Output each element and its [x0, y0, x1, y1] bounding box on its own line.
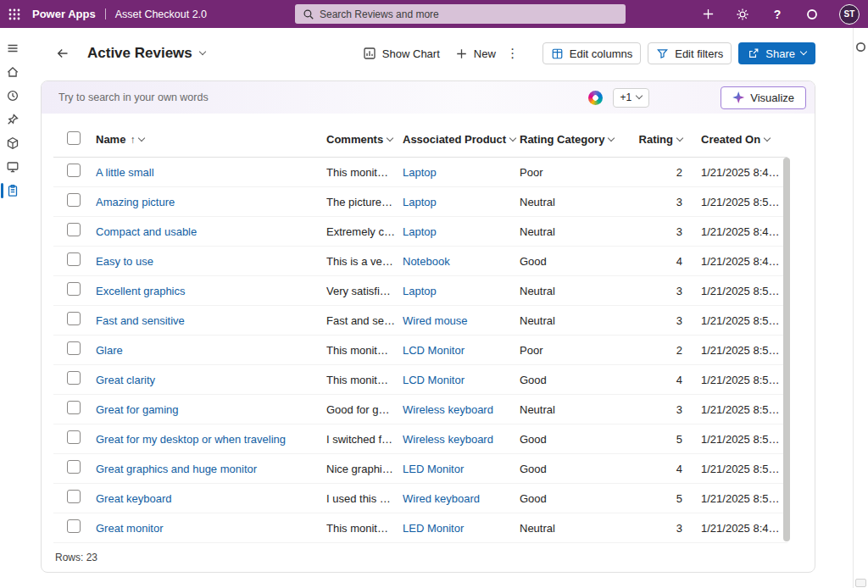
- row-checkbox[interactable]: [67, 430, 81, 444]
- sidebar-item-home[interactable]: [0, 60, 25, 84]
- sidebar: [0, 28, 25, 588]
- app-launcher-button[interactable]: [0, 0, 29, 28]
- row-name-link[interactable]: Amazing picture: [96, 196, 175, 208]
- row-name-link[interactable]: Easy to use: [96, 255, 153, 268]
- row-checkbox[interactable]: [67, 282, 81, 296]
- row-product-link[interactable]: Laptop: [403, 225, 437, 238]
- row-checkbox[interactable]: [67, 193, 81, 207]
- table-row[interactable]: Glare This monit… LCD Monitor Poor 2 1/2…: [53, 336, 787, 365]
- row-name-link[interactable]: Great graphics and huge monitor: [96, 463, 257, 475]
- table-row[interactable]: Great keyboard I used this … Wired keybo…: [53, 484, 787, 513]
- row-product-link[interactable]: LED Monitor: [403, 522, 464, 535]
- chevron-down-icon: [800, 48, 807, 55]
- grid-search-input[interactable]: [58, 92, 578, 103]
- row-product-link[interactable]: LCD Monitor: [403, 374, 465, 386]
- settings-button[interactable]: [735, 7, 750, 22]
- filter-count-chip[interactable]: +1: [613, 88, 650, 108]
- row-name-link[interactable]: Compact and usable: [96, 225, 197, 238]
- row-product-link[interactable]: Wired mouse: [403, 314, 468, 327]
- table-row[interactable]: Great for my desktop or when traveling I…: [53, 424, 787, 454]
- row-rating: 2: [635, 166, 691, 179]
- row-product-link[interactable]: Wireless keyboard: [403, 403, 493, 416]
- column-header-created-on[interactable]: Created On: [691, 133, 787, 146]
- edit-filters-label: Edit filters: [675, 47, 723, 60]
- brand-title[interactable]: Power Apps: [32, 8, 96, 20]
- column-header-comments[interactable]: Comments: [326, 133, 403, 146]
- table-row[interactable]: Excellent graphics Very satisfi… Laptop …: [53, 276, 787, 306]
- row-product-link[interactable]: Notebook: [403, 255, 450, 268]
- show-chart-button[interactable]: Show Chart: [355, 42, 448, 65]
- create-button[interactable]: [700, 7, 715, 22]
- sidebar-item-assets[interactable]: [0, 131, 25, 155]
- edit-filters-button[interactable]: Edit filters: [648, 42, 732, 64]
- row-product-link[interactable]: Laptop: [403, 196, 437, 208]
- column-header-associated-product[interactable]: Associated Product: [403, 133, 520, 146]
- row-name-link[interactable]: Great for gaming: [96, 403, 179, 416]
- new-button[interactable]: New: [448, 42, 504, 65]
- row-created-on: 1/21/2025 8:51 …: [691, 403, 787, 416]
- row-checkbox[interactable]: [67, 312, 81, 325]
- sidebar-menu-button[interactable]: [0, 36, 25, 60]
- visualize-button[interactable]: Visualize: [721, 86, 806, 109]
- view-selector[interactable]: Active Reviews: [87, 45, 205, 62]
- row-product-link[interactable]: LED Monitor: [403, 463, 464, 475]
- copilot-button[interactable]: [804, 7, 820, 22]
- row-checkbox[interactable]: [67, 519, 81, 533]
- column-header-rating[interactable]: Rating: [635, 133, 691, 146]
- row-name-link[interactable]: Great keyboard: [96, 492, 172, 505]
- row-checkbox[interactable]: [67, 223, 81, 236]
- edit-columns-button[interactable]: Edit columns: [542, 42, 641, 64]
- row-checkbox[interactable]: [67, 252, 81, 266]
- column-header-name[interactable]: Name ↑: [96, 133, 326, 146]
- row-product-link[interactable]: Wireless keyboard: [403, 433, 493, 446]
- row-product-link[interactable]: LCD Monitor: [403, 344, 465, 357]
- row-rating-category: Neutral: [520, 285, 635, 297]
- table-row[interactable]: A little small This monit… Laptop Poor 2…: [53, 158, 787, 187]
- table-row[interactable]: Great graphics and huge monitor Nice gra…: [53, 454, 787, 484]
- row-comments: Fast and se…: [326, 314, 403, 327]
- row-name-link[interactable]: Fast and sensitive: [96, 314, 185, 327]
- help-button[interactable]: ?: [770, 7, 785, 22]
- row-name-link[interactable]: Great for my desktop or when traveling: [96, 433, 286, 446]
- copilot-search-icon[interactable]: [588, 91, 603, 105]
- row-name-link[interactable]: Great clarity: [96, 374, 155, 386]
- row-checkbox[interactable]: [67, 460, 81, 474]
- share-button[interactable]: Share: [738, 42, 815, 64]
- row-product-link[interactable]: Laptop: [403, 285, 437, 297]
- more-commands-button[interactable]: ⋮: [504, 42, 522, 65]
- vertical-scrollbar[interactable]: [783, 158, 790, 541]
- row-name-link[interactable]: A little small: [96, 166, 154, 179]
- table-row[interactable]: Amazing picture The picture… Laptop Neut…: [53, 187, 787, 217]
- sidebar-item-pinned[interactable]: [0, 108, 25, 131]
- table-row[interactable]: Great for gaming Good for g… Wireless ke…: [53, 395, 787, 424]
- row-name-link[interactable]: Glare: [96, 344, 123, 357]
- row-product-link[interactable]: Laptop: [403, 166, 437, 179]
- column-header-rating-category[interactable]: Rating Category: [520, 133, 635, 146]
- app-name[interactable]: Asset Checkout 2.0: [115, 8, 207, 20]
- table-row[interactable]: Great monitor This monit… LED Monitor Ne…: [53, 513, 787, 543]
- row-name-link[interactable]: Great monitor: [96, 522, 163, 535]
- sidebar-item-recent[interactable]: [0, 84, 25, 108]
- avatar[interactable]: ST: [839, 4, 860, 25]
- row-created-on: 1/21/2025 8:50 …: [691, 344, 787, 357]
- rail-bottom-button[interactable]: [855, 579, 866, 587]
- select-all-checkbox[interactable]: [67, 131, 81, 145]
- table-row[interactable]: Fast and sensitive Fast and se… Wired mo…: [53, 306, 787, 336]
- table-row[interactable]: Compact and usable Extremely c… Laptop N…: [53, 217, 787, 247]
- row-checkbox[interactable]: [67, 341, 81, 355]
- table-row[interactable]: Easy to use This is a ver… Notebook Good…: [53, 247, 787, 276]
- sidebar-item-reviews[interactable]: [0, 179, 25, 202]
- row-checkbox[interactable]: [67, 401, 81, 414]
- table-row[interactable]: Great clarity This monit… LCD Monitor Go…: [53, 365, 787, 395]
- row-checkbox[interactable]: [67, 490, 81, 503]
- global-search-input[interactable]: [320, 8, 618, 20]
- row-checkbox[interactable]: [67, 371, 81, 385]
- global-search[interactable]: [295, 4, 626, 24]
- row-product-link[interactable]: Wired keyboard: [403, 492, 480, 505]
- row-name-link[interactable]: Excellent graphics: [96, 285, 186, 297]
- filter-count-label: +1: [620, 92, 632, 103]
- copilot-panel-button[interactable]: [854, 41, 867, 53]
- back-button[interactable]: [51, 42, 75, 65]
- row-checkbox[interactable]: [67, 164, 81, 177]
- sidebar-item-checkouts[interactable]: [0, 155, 25, 179]
